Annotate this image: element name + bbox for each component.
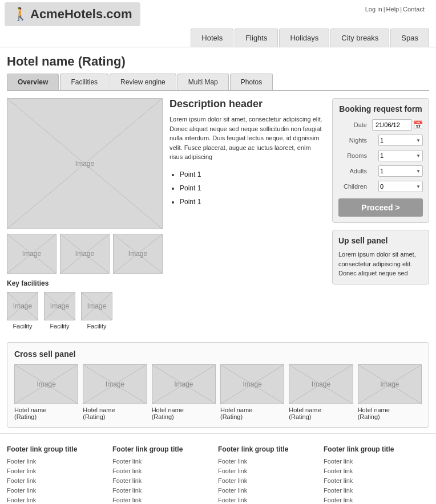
- footer-link-2-0[interactable]: Footer link: [218, 458, 318, 465]
- footer-group-title-2: Footer link group title: [218, 445, 318, 453]
- upsell-title: Up sell panel: [338, 236, 423, 245]
- thumbnail-1: Image: [7, 234, 56, 274]
- cross-sell-item-0[interactable]: Image Hotel name(Rating): [14, 364, 78, 420]
- footer-link-1-4[interactable]: Footer link: [112, 497, 212, 503]
- footer-link-2-3[interactable]: Footer link: [218, 487, 318, 494]
- nav-spas[interactable]: Spas: [390, 29, 429, 47]
- logo-text: AcmeHotels.com: [30, 7, 132, 22]
- logo: 🚶 AcmeHotels.com: [5, 2, 140, 26]
- booking-form: Booking request form Date 📅 Nights 1237 …: [332, 98, 429, 223]
- logo-icon: 🚶: [13, 7, 28, 22]
- footer-col-2: Footer link group title Footer link Foot…: [218, 445, 324, 504]
- date-label: Date: [338, 121, 367, 128]
- bullet-2: Point 1: [180, 181, 325, 195]
- footer-group-title-3: Footer link group title: [324, 445, 423, 453]
- facility-item-1: Image Facility: [7, 292, 38, 330]
- footer-group-title-0: Footer link group title: [7, 445, 107, 453]
- page-title: Hotel name (Rating): [0, 47, 436, 74]
- date-row: Date 📅: [338, 119, 423, 131]
- cross-sell-label-3: Hotel name(Rating): [220, 407, 284, 420]
- bullet-3: Point 1: [180, 195, 325, 209]
- nights-select[interactable]: 1237: [378, 135, 423, 146]
- adults-label: Adults: [338, 168, 367, 174]
- footer-link-1-0[interactable]: Footer link: [112, 458, 212, 465]
- nav-flights[interactable]: Flights: [235, 29, 278, 47]
- cross-sell-label-4: Hotel name(Rating): [289, 407, 353, 420]
- main-image-area: Image Image Image Image: [7, 98, 163, 274]
- footer-col-0: Footer link group title Footer link Foot…: [7, 445, 112, 504]
- footer-link-0-3[interactable]: Footer link: [7, 487, 107, 494]
- cross-sell-label-5: Hotel name(Rating): [358, 407, 422, 420]
- key-facilities-title: Key facilities: [7, 279, 325, 287]
- contact-link[interactable]: Contact: [403, 6, 425, 13]
- facility-image-1: Image: [7, 292, 38, 320]
- cross-sell-item-1[interactable]: Image Hotel name(Rating): [83, 364, 147, 420]
- cross-sell-label-1: Hotel name(Rating): [83, 407, 147, 420]
- tab-bar: Overview Facilities Review engine Multi …: [7, 74, 429, 91]
- footer-link-2-1[interactable]: Footer link: [218, 468, 318, 474]
- footer-link-3-0[interactable]: Footer link: [324, 458, 423, 465]
- top-bar: Log in | Help | Contact: [358, 2, 431, 16]
- footer-link-2-2[interactable]: Footer link: [218, 477, 318, 484]
- date-input[interactable]: [372, 119, 412, 131]
- cross-sell-items: Image Hotel name(Rating) Image Hotel nam…: [14, 364, 422, 420]
- facility-label-1: Facility: [13, 323, 32, 330]
- footer-link-0-1[interactable]: Footer link: [7, 468, 107, 474]
- footer-link-1-3[interactable]: Footer link: [112, 487, 212, 494]
- cross-sell-title: Cross sell panel: [14, 349, 422, 359]
- cross-sell-label-2: Hotel name(Rating): [152, 407, 216, 420]
- footer-link-0-0[interactable]: Footer link: [7, 458, 107, 465]
- cross-sell-item-4[interactable]: Image Hotel name(Rating): [289, 364, 353, 420]
- footer-links: Footer link group title Footer link Foot…: [0, 433, 436, 504]
- footer-link-0-4[interactable]: Footer link: [7, 497, 107, 503]
- facility-label-3: Facility: [87, 323, 106, 330]
- thumbnail-3: Image: [113, 234, 163, 274]
- thumbnail-2: Image: [60, 234, 110, 274]
- cross-sell-image-0: Image: [14, 364, 78, 404]
- facility-item-2: Image Facility: [44, 292, 75, 330]
- thumbnail-row: Image Image Image: [7, 234, 163, 274]
- tab-facilities[interactable]: Facilities: [60, 74, 108, 90]
- rooms-select[interactable]: 123: [378, 150, 423, 161]
- adults-select[interactable]: 123: [378, 165, 423, 177]
- footer-link-2-4[interactable]: Footer link: [218, 497, 318, 503]
- children-select[interactable]: 012: [378, 181, 423, 192]
- help-link[interactable]: Help: [386, 6, 399, 13]
- proceed-button[interactable]: Proceed >: [338, 198, 423, 217]
- facility-image-3: Image: [81, 292, 112, 320]
- login-link[interactable]: Log in: [365, 6, 382, 13]
- tab-review-engine[interactable]: Review engine: [110, 74, 176, 90]
- tab-multi-map[interactable]: Multi Map: [177, 74, 229, 90]
- main-image: Image: [7, 98, 163, 229]
- cross-sell-image-2: Image: [152, 364, 216, 404]
- footer-link-1-2[interactable]: Footer link: [112, 477, 212, 484]
- facility-image-2: Image: [44, 292, 75, 320]
- calendar-icon[interactable]: 📅: [413, 120, 423, 129]
- nav-hotels[interactable]: Hotels: [191, 29, 233, 47]
- cross-sell-item-2[interactable]: Image Hotel name(Rating): [152, 364, 216, 420]
- tab-photos[interactable]: Photos: [230, 74, 273, 90]
- footer-link-3-3[interactable]: Footer link: [324, 487, 423, 494]
- right-panel: Booking request form Date 📅 Nights 1237 …: [332, 98, 429, 330]
- tab-overview[interactable]: Overview: [7, 74, 59, 90]
- facility-row: Image Facility Image Facility Image: [7, 292, 325, 330]
- footer-link-3-1[interactable]: Footer link: [324, 468, 423, 474]
- cross-sell-image-3: Image: [220, 364, 284, 404]
- footer-link-0-2[interactable]: Footer link: [7, 477, 107, 484]
- footer-link-3-2[interactable]: Footer link: [324, 477, 423, 484]
- footer-link-3-4[interactable]: Footer link: [324, 497, 423, 503]
- facility-label-2: Facility: [50, 323, 69, 330]
- booking-form-title: Booking request form: [338, 104, 423, 113]
- cross-sell-item-5[interactable]: Image Hotel name(Rating): [358, 364, 422, 420]
- bullet-1: Point 1: [180, 168, 325, 181]
- nav-holidays[interactable]: Holidays: [279, 29, 329, 47]
- cross-sell-image-1: Image: [83, 364, 147, 404]
- cross-sell-item-3[interactable]: Image Hotel name(Rating): [220, 364, 284, 420]
- nav-city-breaks[interactable]: City breaks: [330, 29, 389, 47]
- facility-item-3: Image Facility: [81, 292, 112, 330]
- nights-row: Nights 1237: [338, 135, 423, 146]
- footer-link-1-1[interactable]: Footer link: [112, 468, 212, 474]
- footer-col-3: Footer link group title Footer link Foot…: [324, 445, 429, 504]
- rooms-row: Rooms 123: [338, 150, 423, 161]
- key-facilities: Key facilities Image Facility Image Faci…: [7, 279, 325, 330]
